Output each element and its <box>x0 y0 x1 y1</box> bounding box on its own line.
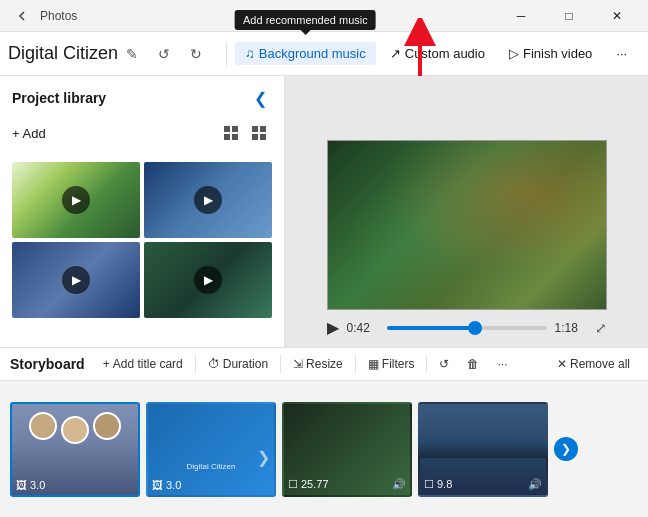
clip-4-audio-icon: 🔊 <box>528 478 542 491</box>
storyboard-clip-1[interactable]: 🖼 3.0 <box>10 402 140 497</box>
play-pause-button[interactable]: ▶ <box>327 318 339 337</box>
back-button[interactable] <box>8 2 36 30</box>
clip-3-audio-icon: 🔊 <box>392 478 406 491</box>
clip-1-icon: 🖼 <box>16 479 27 491</box>
progress-thumb[interactable] <box>468 321 482 335</box>
clip-2-duration: 3.0 <box>166 479 181 491</box>
resize-icon: ⇲ <box>293 357 303 371</box>
filters-button[interactable]: ▦ Filters <box>360 354 423 374</box>
sidebar-collapse-button[interactable]: ❮ <box>248 86 272 110</box>
clip-2-text: Digital Citizen <box>187 462 236 471</box>
media-thumb-2[interactable]: ▶ <box>144 162 272 238</box>
toolbar: Digital Citizen ✎ ↺ ↻ Add recommended mu… <box>0 32 648 76</box>
maximize-button[interactable]: □ <box>546 0 592 32</box>
minimize-button[interactable]: ─ <box>498 0 544 32</box>
redo-button[interactable]: ↻ <box>182 40 210 68</box>
app-title: Photos <box>40 9 498 23</box>
sidebar: Project library ❮ + Add ▶ ▶ ▶ <box>0 76 285 347</box>
clip-3-label: ☐ 25.77 <box>288 478 329 491</box>
clip-1-duration: 3.0 <box>30 479 45 491</box>
total-time: 1:18 <box>555 321 587 335</box>
add-row: + Add <box>0 116 284 154</box>
storyboard-area: Storyboard + Add title card ⏱ Duration ⇲… <box>0 347 648 517</box>
background-music-button[interactable]: ♫ Background music <box>235 42 376 65</box>
filters-icon: ▦ <box>368 357 379 371</box>
svg-rect-2 <box>224 126 230 132</box>
duration-icon: ⏱ <box>208 357 220 371</box>
clip-1-label: 🖼 3.0 <box>16 479 45 491</box>
clip-2-icon: 🖼 <box>152 479 163 491</box>
remove-all-button[interactable]: ✕ Remove all <box>549 354 638 374</box>
play-button-4[interactable]: ▶ <box>194 266 222 294</box>
video-player <box>327 140 607 310</box>
media-thumb-4[interactable]: ▶ <box>144 242 272 318</box>
video-controls: ▶ 0:42 1:18 ⤢ <box>327 318 607 337</box>
window-controls: ─ □ ✕ <box>498 0 640 32</box>
main-area: Project library ❮ + Add ▶ ▶ ▶ <box>0 76 648 347</box>
project-title: Digital Citizen <box>8 43 118 64</box>
storyboard-clip-2[interactable]: Digital Citizen ❯ 🖼 3.0 <box>146 402 276 497</box>
sb-separator-2 <box>280 355 281 373</box>
svg-rect-5 <box>232 134 238 140</box>
video-area: ▶ 0:42 1:18 ⤢ <box>285 76 648 347</box>
more-storyboard-button[interactable]: ··· <box>489 354 515 374</box>
resize-label: Resize <box>306 357 343 371</box>
grid-view-button[interactable] <box>218 120 244 146</box>
delete-storyboard-button[interactable]: 🗑 <box>459 354 487 374</box>
svg-rect-6 <box>252 126 258 132</box>
clip-4-label: ☐ 9.8 <box>424 478 452 491</box>
duration-label: Duration <box>223 357 268 371</box>
clip-4-duration: 9.8 <box>437 478 452 490</box>
remove-all-x-icon: ✕ <box>557 357 567 371</box>
play-button-2[interactable]: ▶ <box>194 186 222 214</box>
edit-title-icon[interactable]: ✎ <box>126 46 138 62</box>
remove-all-label: Remove all <box>570 357 630 371</box>
finish-video-button[interactable]: ▷ Finish video <box>499 42 602 65</box>
storyboard-clip-4[interactable]: ☐ 9.8 🔊 <box>418 402 548 497</box>
expand-button[interactable]: ⤢ <box>595 320 607 336</box>
storyboard-title: Storyboard <box>10 356 85 372</box>
svg-rect-9 <box>260 134 266 140</box>
undo-button[interactable]: ↺ <box>150 40 178 68</box>
svg-rect-7 <box>260 126 266 132</box>
storyboard-clip-3[interactable]: ☐ 25.77 🔊 <box>282 402 412 497</box>
title-bar: Photos ─ □ ✕ <box>0 0 648 32</box>
sb-separator-1 <box>195 355 196 373</box>
current-time: 0:42 <box>347 321 379 335</box>
play-button-1[interactable]: ▶ <box>62 186 90 214</box>
resize-button[interactable]: ⇲ Resize <box>285 354 351 374</box>
view-toggle-group <box>218 120 272 146</box>
progress-bar[interactable] <box>387 326 547 330</box>
more-options-button[interactable]: ··· <box>606 42 637 65</box>
sb-separator-3 <box>355 355 356 373</box>
undo-storyboard-button[interactable]: ↺ <box>431 354 457 374</box>
finish-video-label: Finish video <box>523 46 592 61</box>
duration-button[interactable]: ⏱ Duration <box>200 354 276 374</box>
close-button[interactable]: ✕ <box>594 0 640 32</box>
add-title-label: Add title card <box>113 357 183 371</box>
filters-label: Filters <box>382 357 415 371</box>
sb-separator-4 <box>426 355 427 373</box>
music-icon: ♫ <box>245 46 255 61</box>
custom-audio-button[interactable]: ↗ Custom audio <box>380 42 495 65</box>
clip-4-icon: ☐ <box>424 478 434 491</box>
media-thumb-3[interactable]: ▶ <box>12 242 140 318</box>
clip-3-duration: 25.77 <box>301 478 329 490</box>
video-overlay <box>328 141 606 309</box>
sidebar-title: Project library <box>12 90 106 106</box>
media-grid: ▶ ▶ ▶ ▶ <box>0 154 284 326</box>
clip-2-label: 🖼 3.0 <box>152 479 181 491</box>
progress-fill <box>387 326 475 330</box>
storyboard-clips: 🖼 3.0 Digital Citizen ❯ 🖼 3.0 ☐ 25.77 🔊 <box>0 381 648 517</box>
list-view-button[interactable] <box>246 120 272 146</box>
custom-audio-icon: ↗ <box>390 46 401 61</box>
next-clips-button[interactable]: ❯ <box>554 437 578 461</box>
svg-rect-3 <box>232 126 238 132</box>
storyboard-toolbar: Storyboard + Add title card ⏱ Duration ⇲… <box>0 348 648 381</box>
play-button-3[interactable]: ▶ <box>62 266 90 294</box>
bg-music-label: Background music <box>259 46 366 61</box>
media-thumb-1[interactable]: ▶ <box>12 162 140 238</box>
add-button[interactable]: + Add <box>12 126 46 141</box>
bg-music-tooltip-container: Add recommended music ♫ Background music <box>235 42 376 65</box>
add-title-card-button[interactable]: + Add title card <box>95 354 191 374</box>
